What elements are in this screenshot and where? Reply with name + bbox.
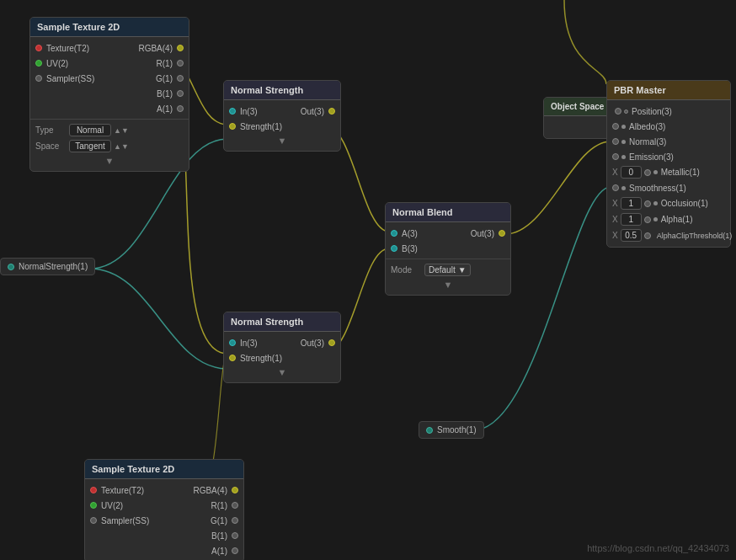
nb-mode-row: Mode Default ▼ bbox=[386, 262, 510, 278]
ns1-strength-socket[interactable] bbox=[229, 123, 236, 130]
pbr-alpha-label: Alpha(1) bbox=[661, 215, 693, 224]
pbr-master-header: PBR Master bbox=[607, 81, 730, 100]
ns1-strength-row: Strength(1) bbox=[224, 119, 340, 134]
pbr-smoothness-label: Smoothness(1) bbox=[629, 184, 686, 193]
nb-out-socket[interactable] bbox=[499, 230, 505, 237]
pbr-occlusion-row: X 1 Occlusion(1) bbox=[607, 195, 730, 211]
st2-a-label: A(1) bbox=[211, 547, 227, 556]
ns-input-label: NormalStrength(1) bbox=[19, 262, 88, 271]
st2-sampler-socket[interactable] bbox=[90, 517, 97, 524]
pbr-position-socket[interactable] bbox=[615, 108, 621, 115]
st2-g-label: G(1) bbox=[211, 516, 227, 525]
pbr-albedo-label: Albedo(3) bbox=[629, 122, 665, 131]
st2-rgba-socket[interactable] bbox=[232, 487, 238, 493]
uv-r-row: UV(2) R(1) bbox=[30, 56, 189, 71]
mode-value: Default bbox=[429, 265, 456, 275]
ns2-in-socket[interactable] bbox=[229, 339, 236, 346]
st2-b-socket[interactable] bbox=[232, 532, 238, 539]
alpha-clip-value[interactable]: 0.5 bbox=[621, 229, 642, 242]
b-row: B(1) bbox=[30, 86, 189, 101]
texture-socket[interactable] bbox=[35, 45, 42, 51]
texture-label: Texture(T2) bbox=[46, 44, 89, 53]
expand-btn-1[interactable]: ▼ bbox=[30, 154, 189, 168]
pbr-metallic-row: X 0 Metallic(1) bbox=[607, 164, 730, 180]
a-label: A(1) bbox=[157, 104, 173, 114]
nb-a-socket[interactable] bbox=[391, 230, 397, 237]
ns2-out-socket[interactable] bbox=[328, 339, 335, 346]
st2-r-socket[interactable] bbox=[232, 502, 238, 509]
st2-tex-label: Texture(T2) bbox=[101, 486, 144, 495]
nb-b-label: B(3) bbox=[402, 244, 418, 253]
type-value[interactable]: Normal bbox=[69, 124, 111, 136]
st2-b-row: B(1) bbox=[85, 528, 243, 543]
uv-socket[interactable] bbox=[35, 60, 42, 67]
r-label: R(1) bbox=[157, 59, 173, 68]
pbr-occlusion-socket[interactable] bbox=[644, 200, 651, 207]
pbr-normal-row: Normal(3) bbox=[607, 134, 730, 149]
st2-b-label: B(1) bbox=[211, 531, 227, 541]
pbr-alpha-socket[interactable] bbox=[644, 216, 651, 223]
smooth-input-node: Smooth(1) bbox=[419, 421, 484, 439]
r-socket[interactable] bbox=[177, 60, 184, 67]
pbr-normal-socket[interactable] bbox=[612, 138, 619, 145]
nb-b-socket[interactable] bbox=[391, 245, 397, 252]
ns1-in-socket[interactable] bbox=[229, 108, 236, 115]
g-label: G(1) bbox=[156, 74, 173, 83]
space-prop: Space Tangent ▲▼ bbox=[30, 138, 189, 154]
st2-g-socket[interactable] bbox=[232, 517, 238, 524]
pbr-emission-row: Emission(3) bbox=[607, 149, 730, 164]
st2-uv-socket[interactable] bbox=[90, 502, 97, 509]
normal-strength-node-1: Normal Strength In(3) Out(3) Strength(1)… bbox=[223, 80, 341, 152]
nb-expand[interactable]: ▼ bbox=[386, 278, 510, 291]
g-socket[interactable] bbox=[177, 75, 184, 82]
space-value[interactable]: Tangent bbox=[69, 140, 111, 152]
sample-texture-2-header: Sample Texture 2D bbox=[85, 460, 243, 479]
normal-strength-2-header: Normal Strength bbox=[224, 312, 340, 332]
mode-select[interactable]: Default ▼ bbox=[424, 264, 471, 276]
alpha-x: X bbox=[612, 215, 618, 224]
st2-tex-socket[interactable] bbox=[90, 487, 97, 493]
st2-r-label: R(1) bbox=[211, 501, 227, 510]
normal-strength-node-2: Normal Strength In(3) Out(3) Strength(1)… bbox=[223, 312, 341, 383]
ns2-expand[interactable]: ▼ bbox=[224, 365, 340, 379]
smooth-label: Smooth(1) bbox=[437, 425, 477, 435]
normal-strength-input-node: NormalStrength(1) bbox=[0, 258, 95, 275]
ns1-expand[interactable]: ▼ bbox=[224, 134, 340, 147]
pbr-albedo-row: Albedo(3) bbox=[607, 119, 730, 134]
pbr-alpha-clip-socket[interactable] bbox=[644, 232, 651, 239]
nb-a-label: A(3) bbox=[402, 229, 418, 238]
ns1-in-out-row: In(3) Out(3) bbox=[224, 104, 340, 119]
metallic-value[interactable]: 0 bbox=[621, 166, 642, 179]
b-socket[interactable] bbox=[177, 90, 184, 97]
ns1-in-label: In(3) bbox=[240, 107, 258, 116]
pbr-emission-socket[interactable] bbox=[612, 153, 619, 160]
ns2-strength-socket[interactable] bbox=[229, 355, 236, 361]
st2-rgba-label: RGBA(4) bbox=[193, 486, 227, 495]
nb-a-out-row: A(3) Out(3) bbox=[386, 226, 510, 241]
st2-uv-label: UV(2) bbox=[101, 501, 123, 510]
pbr-metallic-socket[interactable] bbox=[644, 169, 651, 176]
pbr-normal-label: Normal(3) bbox=[629, 137, 666, 147]
a-socket[interactable] bbox=[177, 105, 184, 112]
texture-input-row: Texture(T2) RGBA(4) bbox=[30, 40, 189, 56]
smooth-socket[interactable] bbox=[426, 427, 433, 434]
rgba-socket[interactable] bbox=[177, 45, 184, 51]
occlusion-value[interactable]: 1 bbox=[621, 197, 642, 210]
ns2-in-label: In(3) bbox=[240, 339, 258, 348]
pbr-albedo-socket[interactable] bbox=[612, 123, 619, 130]
pbr-smoothness-socket[interactable] bbox=[612, 184, 619, 191]
sample-texture-2d-node-1: Sample Texture 2D Texture(T2) RGBA(4) UV… bbox=[29, 17, 189, 172]
ns2-in-out-row: In(3) Out(3) bbox=[224, 335, 340, 350]
a-row: A(1) bbox=[30, 101, 189, 116]
sampler-socket[interactable] bbox=[35, 75, 42, 82]
ns-input-socket[interactable] bbox=[8, 264, 14, 270]
pbr-position-row: Position(3) bbox=[607, 104, 730, 119]
nb-b-row: B(3) bbox=[386, 241, 510, 256]
st2-a-socket[interactable] bbox=[232, 547, 238, 554]
mode-label: Mode bbox=[391, 265, 424, 275]
alpha-value[interactable]: 1 bbox=[621, 213, 642, 226]
pbr-alpha-clip-label: AlphaClipThreshold(1) bbox=[657, 232, 733, 240]
pbr-master-node: PBR Master Position(3) Albedo(3) Normal(… bbox=[606, 80, 731, 248]
ns1-out-socket[interactable] bbox=[328, 108, 335, 115]
uv-label: UV(2) bbox=[46, 59, 68, 68]
